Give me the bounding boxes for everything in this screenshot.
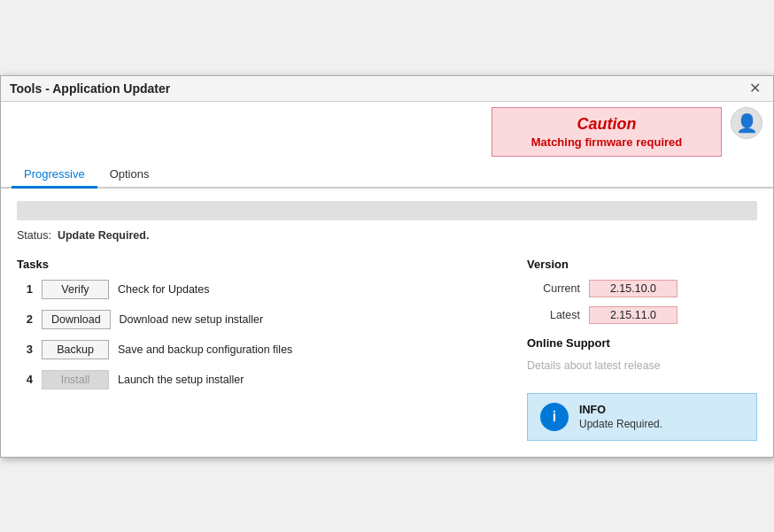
install-button[interactable]: Install <box>42 370 109 389</box>
tabs-bar: Progressive Options <box>1 162 773 189</box>
header-area: Caution Matching firmware required 👤 <box>1 102 773 157</box>
task-row-3: 3 Backup Save and backup configuration f… <box>17 340 491 359</box>
info-text-wrap: INFO Update Required. <box>579 404 662 430</box>
task-num-4: 4 <box>17 373 33 386</box>
support-link[interactable]: Details about latest release <box>527 359 661 372</box>
info-box: i INFO Update Required. <box>527 393 757 441</box>
version-latest-row: Latest 2.15.11.0 <box>527 306 757 324</box>
info-description: Update Required. <box>579 418 662 430</box>
close-button[interactable]: ✕ <box>746 81 764 96</box>
task-row-2: 2 Download Download new setup installer <box>17 310 491 329</box>
version-heading: Version <box>527 258 757 271</box>
title-bar: Tools - Application Updater ✕ <box>1 76 773 102</box>
version-current-row: Current 2.15.10.0 <box>527 280 757 297</box>
version-latest-value: 2.15.11.0 <box>589 306 677 324</box>
avatar-icon[interactable]: 👤 <box>731 107 762 139</box>
info-title: INFO <box>579 404 662 416</box>
task-num-2: 2 <box>17 312 33 326</box>
caution-subtitle: Matching firmware required <box>508 135 705 149</box>
backup-button[interactable]: Backup <box>42 340 109 359</box>
task-desc-4: Launch the setup installer <box>118 374 244 386</box>
online-support-section: Online Support Details about latest rele… <box>527 336 757 372</box>
download-button[interactable]: Download <box>42 310 111 329</box>
task-row-4: 4 Install Launch the setup installer <box>17 370 491 389</box>
version-latest-label: Latest <box>527 309 580 321</box>
caution-title: Caution <box>508 115 705 134</box>
progress-bar-wrapper <box>17 201 757 220</box>
online-support-heading: Online Support <box>527 336 757 350</box>
task-row-1: 1 Verify Check for Updates <box>17 280 491 299</box>
caution-box: Caution Matching firmware required <box>491 107 722 157</box>
task-desc-1: Check for Updates <box>118 283 210 296</box>
tab-progressive[interactable]: Progressive <box>12 162 97 189</box>
tasks-column: Tasks 1 Verify Check for Updates 2 Downl… <box>17 258 491 441</box>
info-icon: i <box>540 403 569 431</box>
task-num-1: 1 <box>17 282 33 296</box>
application-window: Tools - Application Updater ✕ Caution Ma… <box>0 75 774 458</box>
two-column-layout: Tasks 1 Verify Check for Updates 2 Downl… <box>17 258 757 441</box>
content-area: Status: Update Required. Tasks 1 Verify … <box>1 189 773 457</box>
task-desc-3: Save and backup configuration files <box>118 343 292 356</box>
tab-options[interactable]: Options <box>97 162 162 189</box>
version-column: Version Current 2.15.10.0 Latest 2.15.11… <box>527 258 757 441</box>
status-value: Update Required. <box>58 229 150 242</box>
window-title: Tools - Application Updater <box>10 81 170 96</box>
task-desc-2: Download new setup installer <box>120 313 264 326</box>
version-current-value: 2.15.10.0 <box>589 280 677 297</box>
status-line: Status: Update Required. <box>17 229 757 242</box>
task-num-3: 3 <box>17 343 33 356</box>
status-prefix: Status: <box>17 229 51 242</box>
version-current-label: Current <box>527 282 580 295</box>
tasks-heading: Tasks <box>17 258 491 271</box>
verify-button[interactable]: Verify <box>42 280 109 299</box>
